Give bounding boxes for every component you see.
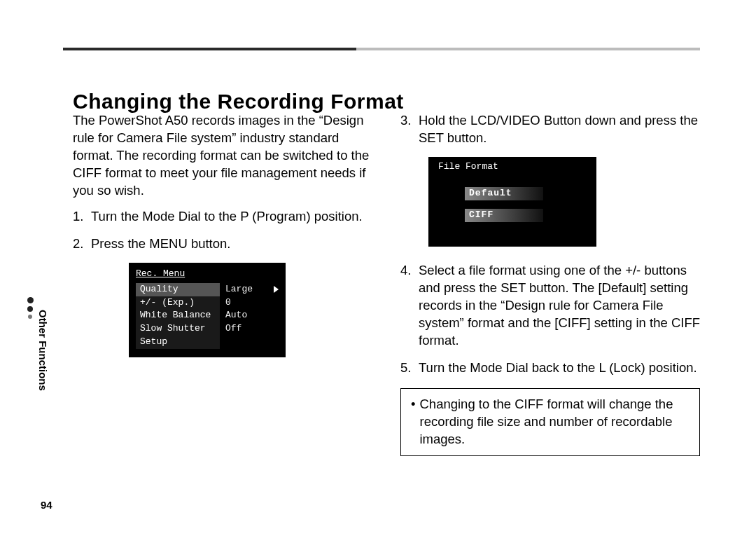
lcd-menu-label: Slow Shutter xyxy=(136,322,220,336)
lcd-menu-row: White BalanceAuto xyxy=(136,309,279,322)
rec-menu-screenshot: Rec. Menu QualityLarge+/- (Exp.)0White B… xyxy=(129,263,295,357)
lcd-menu-value: Large xyxy=(225,284,253,296)
file-format-screenshot: File Format DefaultCIFF xyxy=(428,157,700,247)
note-box: • Changing to the CIFF format will chang… xyxy=(400,388,700,456)
step-text: Hold the LCD/VIDEO Button down and press… xyxy=(419,113,698,145)
left-column: The PowerShot A50 records images in the … xyxy=(73,112,372,494)
lcd-menu-value: Off xyxy=(225,323,241,335)
lcd-rec-menu: Rec. Menu QualityLarge+/- (Exp.)0White B… xyxy=(129,263,286,357)
step-3: 3. Hold the LCD/VIDEO Button down and pr… xyxy=(400,112,700,147)
page-heading: Changing the Recording Format xyxy=(73,90,404,114)
lcd-menu-row: Slow ShutterOff xyxy=(136,322,279,336)
note-text: Changing to the CIFF format will change … xyxy=(419,396,690,448)
step-number: 4. xyxy=(400,262,411,280)
lcd-menu-row: QualityLarge xyxy=(136,283,279,296)
step-text: Press the MENU button. xyxy=(91,236,230,251)
step-text: Turn the Mode Dial to the P (Program) po… xyxy=(91,209,363,224)
intro-paragraph: The PowerShot A50 records images in the … xyxy=(73,112,372,200)
lcd-option: Default xyxy=(465,187,543,200)
lcd-menu-label: +/- (Exp.) xyxy=(136,296,220,310)
lcd-menu-value: 0 xyxy=(225,297,231,309)
step-number: 2. xyxy=(73,235,83,253)
step-number: 1. xyxy=(73,208,83,226)
manual-page: Other Functions Changing the Recording F… xyxy=(0,0,756,536)
lcd-menu-label: White Balance xyxy=(136,309,220,322)
steps-list-right-2: 4. Select a file format using one of the… xyxy=(400,262,700,377)
rule-dark xyxy=(63,48,356,50)
steps-list-right: 3. Hold the LCD/VIDEO Button down and pr… xyxy=(400,112,700,147)
top-rule xyxy=(63,48,700,50)
step-number: 3. xyxy=(400,112,411,130)
play-triangle-icon xyxy=(274,286,279,293)
step-4: 4. Select a file format using one of the… xyxy=(400,262,700,350)
step-1: 1. Turn the Mode Dial to the P (Program)… xyxy=(73,208,372,226)
section-marker-dots xyxy=(27,297,34,319)
step-text: Turn the Mode Dial back to the L (Lock) … xyxy=(419,360,697,375)
bullet-icon: • xyxy=(411,396,415,448)
step-text: Select a file format using one of the +/… xyxy=(419,263,700,348)
lcd-menu-label: Setup xyxy=(136,336,220,349)
lcd-menu-row: +/- (Exp.)0 xyxy=(136,296,279,310)
rule-light xyxy=(356,48,700,50)
lcd-menu-label: Quality xyxy=(136,283,220,296)
lcd-menu-row: Setup xyxy=(136,336,279,349)
step-number: 5. xyxy=(400,359,411,377)
step-2: 2. Press the MENU button. xyxy=(73,235,372,253)
lcd-title: Rec. Menu xyxy=(136,268,279,280)
lcd-option: CIFF xyxy=(465,209,543,222)
steps-list-left: 1. Turn the Mode Dial to the P (Program)… xyxy=(73,208,372,253)
lcd-title: File Format xyxy=(438,161,589,173)
content-columns: The PowerShot A50 records images in the … xyxy=(73,112,700,494)
step-5: 5. Turn the Mode Dial back to the L (Loc… xyxy=(400,359,700,377)
lcd-file-format: File Format DefaultCIFF xyxy=(428,157,596,247)
page-number: 94 xyxy=(41,499,52,511)
right-column: 3. Hold the LCD/VIDEO Button down and pr… xyxy=(400,112,700,494)
lcd-menu-value: Auto xyxy=(225,310,247,322)
section-side-label: Other Functions xyxy=(37,310,49,391)
